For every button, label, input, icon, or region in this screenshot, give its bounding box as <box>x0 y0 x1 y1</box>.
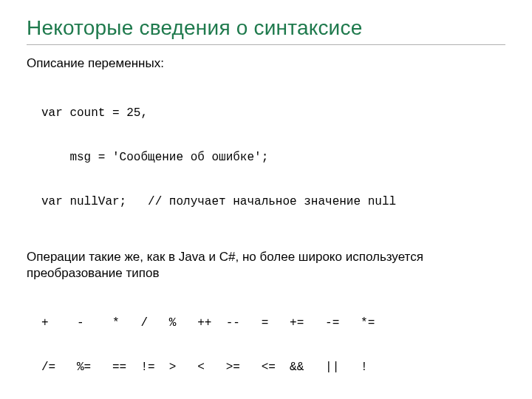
code-line: var count = 25, <box>41 106 505 120</box>
code-line: + - * / % ++ -- = += -= *= <box>41 316 505 330</box>
code-line: var nullVar; // получает начальное значе… <box>41 194 505 209</box>
code-block-operations: + - * / % ++ -- = += -= *= /= %= == != >… <box>41 286 505 399</box>
code-line: /= %= == != > < >= <= && || ! <box>41 360 505 375</box>
code-line: msg = 'Сообщение об ошибке'; <box>41 150 505 165</box>
slide: Некоторые сведения о синтаксисе Описание… <box>0 0 532 399</box>
slide-title: Некоторые сведения о синтаксисе <box>27 16 505 40</box>
title-rule <box>27 44 505 45</box>
paragraph-operations: Операции такие же, как в Java и C#, но б… <box>27 249 505 282</box>
paragraph-variables: Описание переменных: <box>27 55 505 72</box>
code-block-variables: var count = 25, msg = 'Сообщение об ошиб… <box>41 76 505 239</box>
